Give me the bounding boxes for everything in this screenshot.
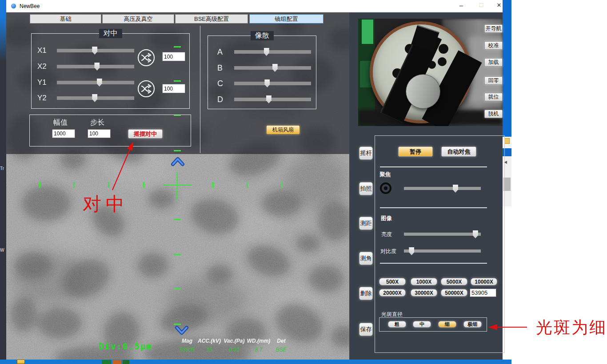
swap-x-button[interactable] xyxy=(138,49,155,66)
y1-slider[interactable] xyxy=(57,81,134,84)
scale-tick xyxy=(143,182,144,188)
taskbar-app-icon[interactable] xyxy=(112,360,121,364)
snapshot-button[interactable]: 拍照 xyxy=(359,182,373,195)
scale-tick xyxy=(174,254,181,255)
maximize-button[interactable]: □ xyxy=(474,1,488,10)
stage-hole xyxy=(439,44,448,54)
separator xyxy=(380,207,487,208)
x2-slider[interactable] xyxy=(57,65,134,68)
chevron-up-icon[interactable] xyxy=(170,156,185,167)
astigmatism-group-title: 像散 xyxy=(251,31,274,40)
spot-medium-button[interactable]: 中 xyxy=(413,321,431,328)
spot-coarse-button[interactable]: 粗 xyxy=(388,321,406,328)
background-window-gold-icon xyxy=(504,138,510,144)
swap-icon xyxy=(139,81,154,96)
scale-tick xyxy=(174,219,181,220)
separator xyxy=(380,166,487,167)
step-input[interactable] xyxy=(88,129,111,138)
camera-pcb-connector xyxy=(362,20,373,44)
mag-10000x-button[interactable]: 10000X xyxy=(471,278,497,285)
app-icon xyxy=(11,4,16,8)
scale-tick xyxy=(281,182,283,188)
delete-button[interactable]: 删除 xyxy=(359,287,373,300)
measure-angle-button[interactable]: 测角 xyxy=(359,252,373,265)
home-button[interactable]: 回零 xyxy=(484,76,503,85)
folder-icon[interactable] xyxy=(17,360,25,364)
astig-a-slider[interactable] xyxy=(234,50,311,54)
save-button[interactable]: 保存 xyxy=(359,323,373,336)
y2-slider[interactable] xyxy=(57,96,134,100)
scale-tick xyxy=(73,182,75,188)
autofocus-button[interactable]: 自动对焦 xyxy=(441,146,476,157)
pause-button[interactable]: 暂停 xyxy=(398,146,433,157)
taskbar xyxy=(0,360,511,364)
scale-tick xyxy=(212,182,214,188)
in-position-button[interactable]: 就位 xyxy=(484,93,503,101)
focus-slider[interactable] xyxy=(404,187,481,190)
swap-y-button[interactable] xyxy=(138,80,155,97)
chevron-down-icon[interactable] xyxy=(174,325,189,336)
close-button[interactable]: ✕ xyxy=(492,2,506,11)
separator xyxy=(380,263,487,264)
spot-fine-button[interactable]: 细 xyxy=(438,321,456,328)
sample-stage-disc xyxy=(370,21,472,123)
swap-x-value[interactable] xyxy=(162,52,185,61)
wobble-centering-button[interactable]: 摇摆对中 xyxy=(128,129,163,138)
brightness-label: 亮度 xyxy=(381,231,392,238)
status-header-det: Det xyxy=(268,338,295,344)
mag-50000x-button[interactable]: 50000X xyxy=(441,289,467,297)
calibrate-button[interactable]: 校准 xyxy=(484,41,503,50)
slider-label-y2: Y2 xyxy=(37,94,47,103)
desktop-icon-label-fragment: W xyxy=(0,248,4,253)
spot-ultrafine-button[interactable]: 极细 xyxy=(463,321,482,328)
scale-tick xyxy=(39,182,40,188)
minimize-button[interactable]: – xyxy=(454,1,468,10)
nav-open-button[interactable]: 开导航 xyxy=(484,24,503,33)
joystick-button[interactable]: 摇杆 xyxy=(359,146,373,160)
contrast-label: 对比度 xyxy=(380,248,396,255)
title-bar: NewBee – □ ✕ xyxy=(6,0,503,12)
astig-d-slider[interactable] xyxy=(234,98,311,101)
tab-basic[interactable]: 基础 xyxy=(30,14,101,24)
tab-bse-advanced[interactable]: BSE高级配置 xyxy=(175,14,248,24)
desktop-left-strip xyxy=(0,0,6,360)
taskbar-app-icon[interactable] xyxy=(102,360,111,364)
slider-label-c: C xyxy=(217,79,223,88)
offline-button[interactable]: 脱机 xyxy=(484,110,503,118)
swap-y-value[interactable] xyxy=(162,84,185,93)
slider-label-b: B xyxy=(217,63,223,73)
brightness-slider[interactable] xyxy=(404,233,481,236)
status-value-acc: 15 xyxy=(195,347,224,353)
background-window-titlebar xyxy=(503,0,511,137)
centering-annotation-text: 对中 xyxy=(83,192,129,217)
astig-c-slider[interactable] xyxy=(234,82,311,85)
panel-divider xyxy=(200,26,200,153)
contrast-slider[interactable] xyxy=(404,249,481,253)
mag-value-input[interactable] xyxy=(470,289,496,297)
mag-1000x-button[interactable]: 1000X xyxy=(411,278,437,285)
desktop-icon-label-fragment: Tr xyxy=(0,166,4,171)
load-button[interactable]: 加载 xyxy=(484,58,503,67)
mag-5000x-button[interactable]: 5000X xyxy=(441,278,467,285)
slider-label-x2: X2 xyxy=(37,62,47,71)
mag-20000x-button[interactable]: 20000X xyxy=(379,289,406,297)
x1-slider[interactable] xyxy=(57,49,134,52)
mag-30000x-button[interactable]: 30000X xyxy=(411,289,437,297)
amplitude-label: 幅值 xyxy=(53,118,68,127)
tab-hv-vacuum[interactable]: 高压及真空 xyxy=(102,14,174,24)
tab-lens-config[interactable]: 镜组配置 xyxy=(249,14,323,24)
amplitude-input[interactable] xyxy=(52,129,75,138)
status-value-vac: 0.01 xyxy=(221,347,248,353)
image-section-label: 图像 xyxy=(381,215,392,222)
astig-b-slider[interactable] xyxy=(234,66,311,70)
mag-500x-button[interactable]: 500X xyxy=(379,278,406,285)
screen: Tr W ◀ NewBee – □ ✕ xyxy=(0,0,607,364)
stage-hole xyxy=(438,57,447,66)
spot-diameter-label: 光斑直径 xyxy=(381,311,403,318)
status-value-det: BSE xyxy=(268,347,295,353)
chassis-fan-button[interactable]: 机箱风扇 xyxy=(266,125,300,135)
window-title: NewBee xyxy=(20,3,40,9)
record-icon[interactable] xyxy=(380,182,391,194)
taskbar-app-icon[interactable] xyxy=(123,360,129,364)
measure-distance-button[interactable]: 测距 xyxy=(359,217,373,230)
